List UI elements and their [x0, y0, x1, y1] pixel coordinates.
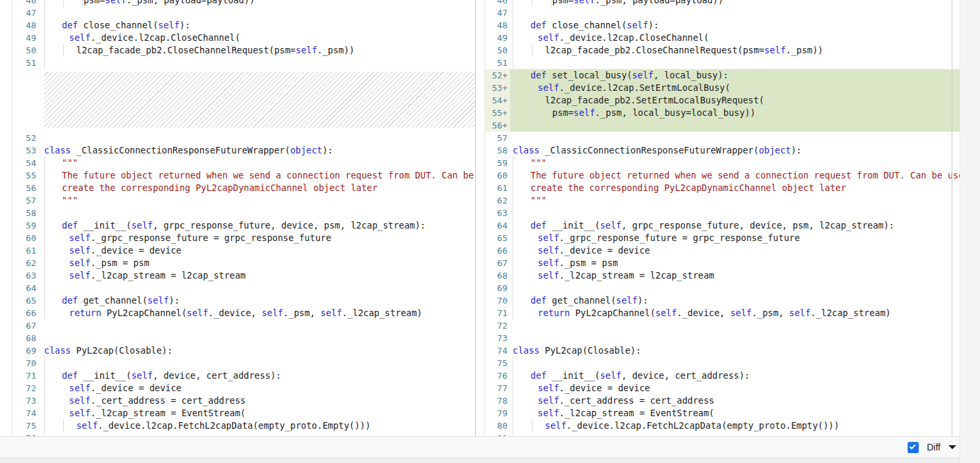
line-number[interactable]: 70	[13, 357, 41, 369]
line-number[interactable]: 65	[485, 232, 510, 244]
token: ._device,	[208, 308, 261, 318]
code-text: self._psm = psm	[510, 257, 960, 269]
line-number[interactable]: 51	[485, 57, 510, 69]
column-ruler	[952, 0, 952, 436]
code-line: 78self._cert_address = cert_address	[485, 395, 960, 407]
line-number[interactable]: 71	[13, 369, 41, 382]
token: , grpc_response_future, device, psm, l2c…	[153, 220, 426, 231]
token: PyL2cap(Closable):	[540, 345, 641, 356]
line-number[interactable]: 60	[13, 232, 41, 244]
line-number[interactable]: 73	[13, 395, 41, 407]
line-number[interactable]: 69	[485, 282, 510, 294]
token: psm=	[84, 0, 105, 5]
line-number[interactable]: 70	[485, 294, 510, 307]
line-number[interactable]: 61	[485, 182, 510, 194]
indent-guide	[513, 169, 513, 182]
token: ._cert_address = cert_address	[91, 395, 246, 406]
line-number[interactable]: 53+	[485, 82, 510, 94]
line-number[interactable]: 55	[13, 169, 41, 182]
line-number[interactable]: 74	[13, 407, 41, 420]
line-number[interactable]: 67	[485, 257, 510, 269]
line-number[interactable]: 59	[13, 219, 41, 232]
line-number[interactable]: 74	[485, 344, 510, 357]
line-number[interactable]: 76	[485, 369, 510, 382]
token: object	[290, 145, 322, 155]
line-number[interactable]: 57	[13, 194, 41, 207]
line-number[interactable]: 52	[13, 132, 41, 144]
token: create the corresponding PyL2capDynamicC…	[62, 182, 378, 193]
line-number[interactable]: 66	[485, 244, 510, 257]
diff-panel-left[interactable]: 46psm=self._psm, payload=payload))4748de…	[12, 0, 476, 436]
code-line: 75self._device.l2cap.FetchL2capData(empt…	[13, 420, 475, 432]
line-number[interactable]: 64	[485, 219, 510, 232]
line-number[interactable]: 49	[485, 32, 510, 44]
line-number[interactable]: 64	[13, 282, 41, 294]
line-number[interactable]: 68	[485, 269, 510, 282]
line-number[interactable]: 68	[13, 332, 41, 344]
line-number[interactable]: 51	[13, 57, 41, 69]
line-number[interactable]: 55+	[485, 107, 510, 119]
code-line: 48def close_channel(self):	[485, 19, 960, 32]
token: class	[513, 345, 540, 356]
line-number[interactable]: 58	[13, 207, 41, 219]
token: ._psm, payload=payload))	[126, 0, 255, 5]
line-number[interactable]: 62	[485, 194, 510, 207]
token: self	[69, 270, 91, 281]
line-number[interactable]: 57	[485, 132, 510, 144]
code-line: 55The future object returned when we sen…	[13, 169, 475, 182]
line-number[interactable]: 75	[13, 420, 41, 432]
line-number[interactable]: 62	[13, 257, 41, 269]
line-number[interactable]: 47	[13, 7, 41, 19]
line-number[interactable]: 66	[13, 307, 41, 319]
line-number[interactable]: 54+	[485, 94, 510, 107]
token: """	[62, 157, 78, 168]
line-number[interactable]: 58	[485, 144, 510, 157]
line-number[interactable]: 63	[485, 207, 510, 219]
line-number[interactable]: 60	[485, 169, 510, 182]
indent-guide	[513, 157, 513, 169]
line-number[interactable]: 52+	[485, 69, 510, 82]
line-number[interactable]: 46	[485, 0, 510, 7]
line-number[interactable]: 53	[13, 144, 41, 157]
line-number[interactable]: 67	[13, 319, 41, 332]
line-number[interactable]: 56	[13, 182, 41, 194]
indent-guide	[44, 32, 45, 44]
line-number[interactable]: 59	[485, 157, 510, 169]
dropdown-caret-icon[interactable]	[948, 445, 956, 449]
line-number[interactable]: 79	[485, 407, 510, 420]
code-text	[41, 57, 475, 69]
line-number[interactable]: 46	[13, 0, 41, 7]
code-line: 72self._device = device	[13, 382, 475, 395]
line-number[interactable]: 69	[13, 344, 41, 357]
line-number[interactable]: 71	[485, 307, 510, 319]
line-number[interactable]: 61	[13, 244, 41, 257]
line-number[interactable]: 72	[13, 382, 41, 395]
line-number[interactable]: 47	[485, 7, 510, 19]
line-number[interactable]: 73	[485, 332, 510, 344]
token: def	[530, 295, 546, 306]
line-number[interactable]: 49	[13, 32, 41, 44]
line-number[interactable]: 50	[485, 44, 510, 57]
line-number[interactable]: 54	[13, 157, 41, 169]
line-number[interactable]: 77	[485, 382, 510, 395]
line-number[interactable]: 48	[13, 19, 41, 32]
code-text: self._device.l2cap.SetErtmLocalBusy(	[510, 82, 960, 94]
line-number[interactable]: 78	[485, 395, 510, 407]
code-text: self._l2cap_stream = l2cap_stream	[41, 269, 475, 282]
token: ):	[169, 295, 180, 306]
line-number[interactable]: 72	[485, 319, 510, 332]
code-line: 77self._device = device	[485, 382, 960, 395]
diff-panel-right[interactable]: 46psm=self._psm, payload=payload))4748de…	[484, 0, 960, 436]
line-number[interactable]: 65	[13, 294, 41, 307]
indent-guide	[44, 0, 45, 7]
hatch-pattern	[44, 72, 475, 128]
line-number[interactable]: 56+	[485, 119, 510, 132]
line-number[interactable]: 80	[485, 420, 510, 432]
line-number[interactable]: 48	[485, 19, 510, 32]
code-line: 73self._cert_address = cert_address	[13, 395, 475, 407]
diff-checkbox[interactable]	[908, 442, 919, 453]
indent-guide	[513, 219, 513, 232]
line-number[interactable]: 63	[13, 269, 41, 282]
line-number[interactable]: 75	[485, 357, 510, 369]
line-number[interactable]: 50	[13, 44, 41, 57]
